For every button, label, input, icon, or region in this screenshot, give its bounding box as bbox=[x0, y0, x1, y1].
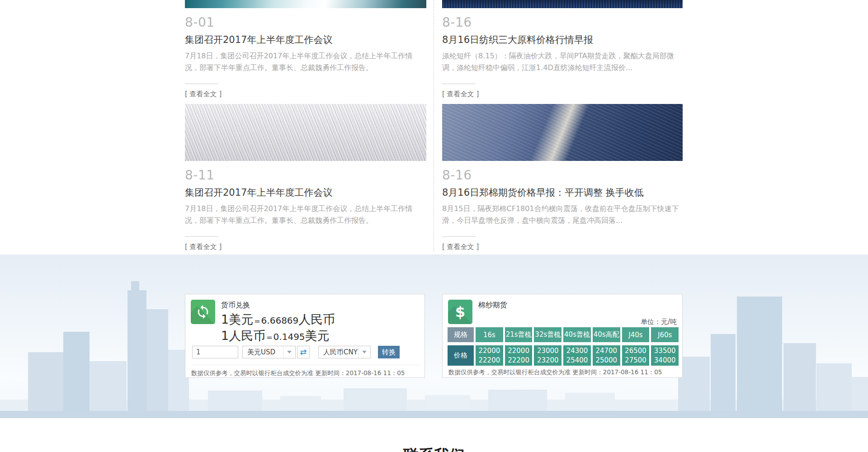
news-title-link[interactable]: 集团召开2017年上半年度工作会议 bbox=[185, 186, 426, 199]
table-header-row: 规格 16s 21s普梳 32s普梳 40s普梳 40s高配 J40s J60s bbox=[448, 327, 679, 342]
partial-section-heading: 联系我们 bbox=[0, 447, 868, 452]
from-currency-value: 美元USD bbox=[247, 348, 275, 357]
price-cell: 3350034000 bbox=[651, 345, 679, 366]
news-date: 8-16 bbox=[442, 168, 683, 183]
price-cell: 2200022200 bbox=[476, 345, 503, 366]
rate-equals: = bbox=[254, 317, 260, 325]
news-excerpt: 7月18日，集团公司召开2017年上半年度工作会议，总结上半年工作情况，部署下半… bbox=[185, 203, 426, 226]
rate-equals: = bbox=[266, 333, 272, 342]
news-title-link[interactable]: 8月16日纺织三大原料价格行情早报 bbox=[442, 33, 683, 46]
table-price-row: 价格 2200022200 2200022200 2300023200 2430… bbox=[448, 345, 679, 366]
read-more-link[interactable]: [ 查看全文 ] bbox=[185, 243, 222, 251]
swap-arrows-icon: ⇄ bbox=[300, 348, 307, 356]
news-excerpt: 8月15日，隔夜郑棉CF1801合约横向震荡，收盘前在平仓盘压制下快速下滑，今日… bbox=[442, 203, 683, 226]
tools-banner: 货币兑换 1美元 = 6.66869 人民币 1人民币 = 0.1495 美元 … bbox=[0, 254, 868, 418]
rate-unit: 美元 bbox=[305, 328, 330, 344]
cotton-yarn-futures-widget: $ 棉纱期货 单位：元/吨 规格 16s 21s普梳 32s普梳 40s普梳 4… bbox=[442, 294, 683, 378]
divider bbox=[185, 84, 218, 84]
swap-currencies-button[interactable]: ⇄ bbox=[297, 346, 310, 358]
news-card: 8-16 8月16日郑棉期货价格早报：平开调整 换手收低 8月15日，隔夜郑棉C… bbox=[442, 104, 683, 251]
news-title-link[interactable]: 集团召开2017年上半年度工作会议 bbox=[185, 33, 426, 46]
dollar-icon: $ bbox=[448, 300, 472, 324]
news-card: 8-16 8月16日纺织三大原料价格行情早报 涤纶短纤（8.15）：隔夜油价大跌… bbox=[442, 0, 683, 99]
futures-disclaimer: 数据仅供参考，交易时以银行柜台成交价为准 更新时间：2017-08-16 11：… bbox=[448, 368, 676, 377]
column-divider bbox=[434, 0, 434, 252]
futures-price-table: 规格 16s 21s普梳 32s普梳 40s普梳 40s高配 J40s J60s… bbox=[448, 327, 679, 366]
column-header-cell: 16s bbox=[476, 327, 503, 342]
rate-unit: 人民币 bbox=[298, 311, 335, 328]
read-more-link[interactable]: [ 查看全文 ] bbox=[442, 90, 479, 99]
currency-exchange-widget: 货币兑换 1美元 = 6.66869 人民币 1人民币 = 0.1495 美元 … bbox=[185, 294, 425, 378]
unit-label: 单位：元/吨 bbox=[641, 318, 677, 326]
rate-value: 6.66869 bbox=[261, 315, 299, 326]
column-header-cell: 40s普梳 bbox=[563, 327, 591, 342]
sync-arrows-icon bbox=[191, 300, 215, 324]
news-card: 8-01 集团召开2017年上半年度工作会议 7月18日，集团公司召开2017年… bbox=[185, 0, 426, 99]
price-label-cell: 价格 bbox=[448, 345, 474, 366]
currency-widget-title: 货币兑换 bbox=[221, 301, 250, 310]
column-header-cell: 32s普梳 bbox=[534, 327, 561, 342]
divider bbox=[442, 236, 476, 237]
news-title-link[interactable]: 8月16日郑棉期货价格早报：平开调整 换手收低 bbox=[442, 186, 683, 199]
convert-button[interactable]: 转换 bbox=[378, 346, 400, 358]
column-header-cell: J60s bbox=[651, 327, 679, 342]
divider bbox=[442, 84, 476, 84]
currency-disclaimer: 数据仅供参考，交易时以银行柜台成交价为准 更新时间：2017-08-16 11：… bbox=[191, 365, 419, 377]
read-more-link[interactable]: [ 查看全文 ] bbox=[442, 243, 479, 251]
from-currency-select[interactable]: 美元USD bbox=[242, 346, 296, 358]
spec-header-cell: 规格 bbox=[448, 327, 474, 342]
to-currency-select[interactable]: 人民币CNY bbox=[318, 346, 371, 358]
column-header-cell: 40s高配 bbox=[593, 327, 620, 342]
news-date: 8-01 bbox=[185, 15, 426, 30]
news-date: 8-11 bbox=[185, 168, 426, 183]
to-currency-value: 人民币CNY bbox=[323, 348, 358, 357]
rate-amount: 1人民币 bbox=[221, 328, 265, 344]
futures-widget-title: 棉纱期货 bbox=[478, 301, 507, 310]
divider bbox=[185, 236, 218, 237]
rate-value: 0.1495 bbox=[274, 331, 305, 342]
news-excerpt: 涤纶短纤（8.15）：隔夜油价大跌，早间PTA期货走跌，聚酯大盘局部微调，涤纶短… bbox=[442, 50, 683, 74]
read-more-link[interactable]: [ 查看全文 ] bbox=[185, 90, 222, 99]
city-skyline-illustration bbox=[0, 255, 868, 418]
usd-to-cny-rate: 1美元 = 6.66869 人民币 bbox=[221, 311, 335, 328]
price-cell: 2300023200 bbox=[534, 345, 561, 366]
news-thumbnail[interactable] bbox=[185, 104, 426, 161]
price-cell: 2200022200 bbox=[505, 345, 533, 366]
amount-input[interactable] bbox=[192, 346, 238, 358]
column-header-cell: J40s bbox=[622, 327, 650, 342]
news-card: 8-11 集团召开2017年上半年度工作会议 7月18日，集团公司召开2017年… bbox=[185, 104, 426, 251]
cny-to-usd-rate: 1人民币 = 0.1495 美元 bbox=[221, 328, 330, 344]
webpage: 8-01 集团召开2017年上半年度工作会议 7月18日，集团公司召开2017年… bbox=[0, 0, 868, 452]
price-cell: 2650027500 bbox=[622, 345, 650, 366]
news-thumbnail[interactable] bbox=[442, 0, 683, 8]
price-cell: 2470025000 bbox=[593, 345, 620, 366]
news-date: 8-16 bbox=[442, 15, 683, 30]
rate-amount: 1美元 bbox=[221, 311, 253, 328]
news-thumbnail[interactable] bbox=[185, 0, 426, 8]
news-thumbnail[interactable] bbox=[442, 104, 683, 161]
price-cell: 2430025400 bbox=[563, 345, 591, 366]
chevron-down-icon bbox=[358, 346, 370, 358]
news-excerpt: 7月18日，集团公司召开2017年上半年度工作会议，总结上半年工作情况，部署下半… bbox=[185, 50, 426, 74]
column-header-cell: 21s普梳 bbox=[505, 327, 533, 342]
chevron-down-icon bbox=[283, 346, 295, 358]
